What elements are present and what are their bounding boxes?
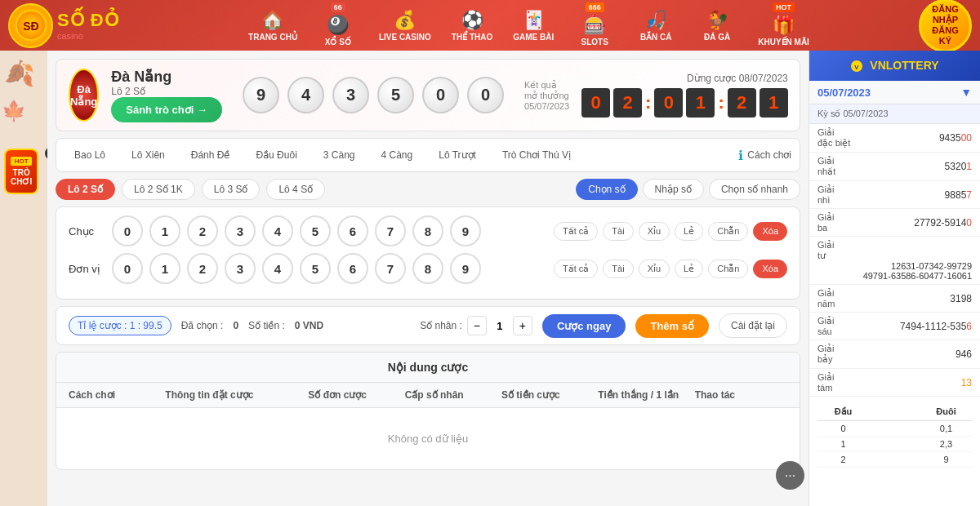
donvi-1[interactable]: 1 [149,253,180,284]
timer-sep0: : [645,92,651,113]
chuc-xoa[interactable]: Xóa [753,222,787,241]
minus-btn[interactable]: − [467,316,487,335]
donvi-xiu[interactable]: Xỉu [639,260,670,278]
bet-now-btn[interactable]: Cược ngay [542,314,626,338]
donvi-8[interactable]: 8 [412,253,443,284]
prize-value-ba: 27792-59140 [914,217,972,229]
tab-lo-truot[interactable]: Lô Trượt [429,145,486,165]
chuc-6[interactable]: 6 [337,215,368,246]
chuc-tat-ca[interactable]: Tất cả [554,222,598,241]
chuc-9[interactable]: 9 [450,215,481,246]
donvi-tat-ca[interactable]: Tất cả [554,260,598,278]
prize-label-tu: Giảitư [817,240,854,261]
donvi-xoa[interactable]: Xóa [753,260,787,278]
donvi-3[interactable]: 3 [225,253,256,284]
donvi-2[interactable]: 2 [187,253,218,284]
nav-item-da-ga[interactable]: 🐓 ĐÁ GÀ [688,7,746,45]
tab-4-cang[interactable]: 4 Càng [372,145,423,165]
sub-tab-lo-4-so[interactable]: Lô 4 Số [266,179,325,200]
help-icon[interactable]: ℹ [738,148,743,163]
prize-value-db: 943500 [939,132,972,144]
nav-item-the-thao[interactable]: ⚽ THỂ THAO [443,7,501,45]
plus-btn[interactable]: + [513,316,532,335]
add-num-btn[interactable]: Thêm số [635,314,709,338]
donvi-le[interactable]: Lẻ [675,260,703,278]
donvi-9[interactable]: 9 [450,253,481,284]
tab-tro-choi-thu-vi[interactable]: Trò Chơi Thú Vị [492,145,581,165]
donvi-chan[interactable]: Chẵn [708,260,748,278]
chuc-tai[interactable]: Tài [603,222,633,241]
the-thao-icon: ⚽ [461,10,483,31]
nav-item-khuyen-mai[interactable]: HOT 🎁 KHUYẾN MÃI [750,1,817,50]
donvi-7[interactable]: 7 [375,253,406,284]
chuc-5[interactable]: 5 [300,215,331,246]
chuc-xiu[interactable]: Xỉu [639,222,670,241]
timer-d0: 0 [581,88,610,118]
th-so-don-cuoc: Số đơn cược [308,389,400,401]
header: SĐ SỐ ĐỎ casino 🏠 TRANG CHỦ 66 🎱 XỔ SỐ 💰… [0,0,980,51]
th-so-tien-cuoc: Số tiền cược [501,389,594,401]
chon-so-nhanh-btn[interactable]: Chọn số nhanh [709,179,800,200]
donvi-6[interactable]: 6 [337,253,368,284]
donvi-label: Đơn vị [69,263,105,275]
sub-tab-lo-2-so-1k[interactable]: Lô 2 Số 1K [122,179,195,200]
result-ball-5: 0 [467,77,504,113]
tab-3-cang[interactable]: 3 Càng [314,145,365,165]
close-hot-icon[interactable]: ✕ [45,147,47,160]
nav-item-slots[interactable]: 666 🎰 SLOTS [566,1,623,50]
region-type: Lô 2 Số [111,86,222,97]
play-button[interactable]: Sánh trò chơi → [111,97,222,122]
donvi-4[interactable]: 4 [262,253,293,284]
tab-dau-duoi[interactable]: Đầu Đuôi [246,145,306,165]
chuc-7[interactable]: 7 [375,215,406,246]
nav-item-xo-so[interactable]: 66 🎱 XỔ SỐ [310,1,367,50]
nav-item-game-bai[interactable]: 🃏 GAME BÀI [505,7,562,45]
prize-dac-biet: Giảiđặc biệt 943500 [809,124,980,153]
hot-trochoi-button[interactable]: HOT TRÒ CHƠI [4,149,38,194]
donvi-row: Đơn vị 0 1 2 3 4 5 6 7 8 9 Tất cả Tài Xỉ… [69,253,787,284]
donvi-action-btns: Tất cả Tài Xỉu Lẻ Chẵn Xóa [554,260,787,278]
sub-tab-lo-2-so[interactable]: Lô 2 Số [56,179,115,200]
login-button[interactable]: ĐĂNG NHẬP ĐĂNG KÝ [919,0,972,52]
donvi-5[interactable]: 5 [300,253,331,284]
tab-danh-de[interactable]: Đánh Đề [181,145,240,165]
chuc-1[interactable]: 1 [149,215,180,246]
nav-label: THỂ THAO [452,33,492,42]
chuc-4[interactable]: 4 [262,215,293,246]
da-ga-icon: 🐓 [706,10,728,31]
more-button[interactable]: ··· [776,461,804,490]
chon-so-btn[interactable]: Chọn số [576,179,637,200]
result-ball-3: 5 [377,77,414,113]
logo-icon[interactable]: SĐ [8,3,53,48]
nav-label: SLOTS [581,38,608,47]
dd-dau-1: 1 [817,439,869,449]
region-name: Đà Nẵng [111,68,222,86]
countdown-area: Dừng cược 08/07/2023 0 2 : 0 1 : 2 1 [581,73,788,118]
chuc-chan[interactable]: Chẵn [708,222,748,241]
nav-item-live-casino[interactable]: 💰 LIVE CASINO [371,7,439,45]
chuc-3[interactable]: 3 [225,215,256,246]
dd-row-2: 2 9 [817,452,972,468]
nav-item-trang-chu[interactable]: 🏠 TRANG CHỦ [240,7,305,45]
so-tien-label: Số tiền : [248,320,285,331]
nhap-so-btn[interactable]: Nhập số [643,179,704,200]
chuc-8[interactable]: 8 [412,215,443,246]
trochoi-label2: CHƠI [11,177,32,186]
tab-bao-lo[interactable]: Bao Lô [65,145,115,165]
chuc-le[interactable]: Lẻ [675,222,703,241]
prize-value-tam: 13 [961,377,972,388]
chuc-label: Chục [69,225,105,237]
tab-lo-xien[interactable]: Lô Xiên [122,145,175,165]
result-balls: 9 4 3 5 0 0 [243,77,504,113]
donvi-0[interactable]: 0 [112,253,143,284]
reset-btn[interactable]: Cài đặt lại [719,313,787,338]
chuc-2[interactable]: 2 [187,215,218,246]
sub-tab-lo-3-so[interactable]: Lô 3 Số [202,179,261,200]
chevron-down-icon[interactable]: ▼ [960,86,972,99]
donvi-tai[interactable]: Tài [603,260,633,278]
prize-label-nhat: Giảinhất [817,156,854,177]
left-decoration: 🍂 🍁 🍂 HOT TRÒ CHƠI ✕ [0,51,47,506]
nav-item-ban-ca[interactable]: 🎣 BẮN CÁ [627,7,684,45]
th-cap-so-nhan: Cấp số nhân [405,389,497,401]
chuc-0[interactable]: 0 [112,215,143,246]
